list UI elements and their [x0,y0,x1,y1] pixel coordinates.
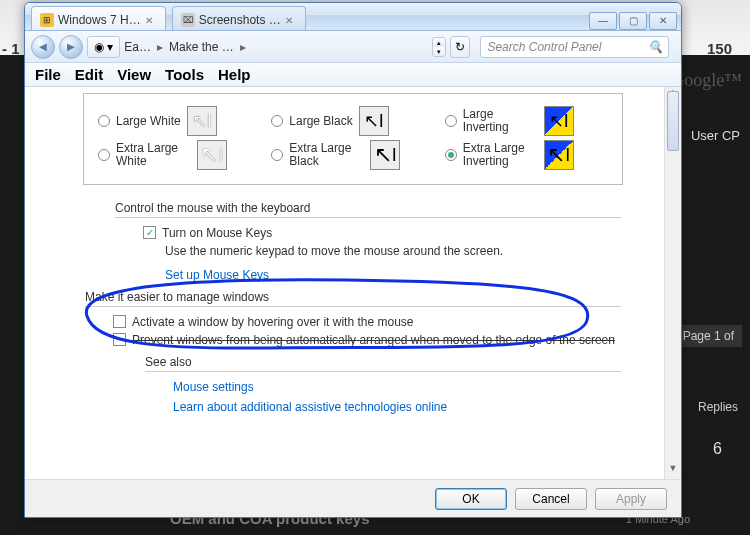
titlebar[interactable]: ⊞ Windows 7 H… ✕ ⌧ Screenshots … ✕ — ▢ ✕ [25,3,681,31]
checkbox-activate-hover[interactable]: Activate a window by hovering over it wi… [113,315,621,329]
bg-left-num: - 1 [2,40,20,57]
tab-screenshots[interactable]: ⌧ Screenshots … ✕ [172,6,306,30]
tab-label: Screenshots … [199,13,281,27]
refresh-button[interactable]: ↻ [450,36,470,58]
close-tab-icon[interactable]: ✕ [285,15,293,26]
radio-large-black[interactable]: Large Black ↖I [271,106,434,136]
crumb-root[interactable]: Ea… [124,40,151,54]
breadcrumb[interactable]: Ea… Make the … [124,40,249,54]
radio-xl-inverting[interactable]: Extra Large Inverting ↖I [445,140,608,170]
radio-large-white[interactable]: Large White ↖I [98,106,261,136]
legend-manage-windows: Make it easier to manage windows [85,290,621,307]
radio-icon[interactable] [271,115,283,127]
back-button[interactable]: ◄ [31,35,55,59]
checkbox-icon[interactable] [113,333,126,346]
radio-icon[interactable] [98,115,110,127]
link-assistive-tech[interactable]: Learn about additional assistive technol… [173,400,621,414]
search-placeholder: Search Control Panel [487,40,601,54]
legend-mouse-keyboard: Control the mouse with the keyboard [115,201,621,218]
radio-xl-black[interactable]: Extra Large Black ↖I [271,140,434,170]
cancel-button[interactable]: Cancel [515,488,587,510]
hint-mouse-keys: Use the numeric keypad to move the mouse… [165,244,621,258]
checkbox-icon[interactable] [143,226,156,239]
link-mouse-settings[interactable]: Mouse settings [173,380,621,394]
tab-windows7[interactable]: ⊞ Windows 7 H… ✕ [31,6,166,30]
link-setup-mouse-keys[interactable]: Set up Mouse Keys [165,268,621,282]
search-icon[interactable]: 🔍 [648,40,662,54]
cursor-size-group: Large White ↖I Large Black ↖I Large Inve… [83,93,623,185]
scroll-thumb[interactable] [667,91,679,151]
menu-tools[interactable]: Tools [165,66,204,83]
history-updown[interactable]: ▴▾ [432,37,446,57]
favicon-icon: ⌧ [181,13,195,27]
bg-replies: Replies [698,400,738,414]
scroll-down-icon[interactable]: ▼ [665,463,681,479]
close-tab-icon[interactable]: ✕ [145,15,153,26]
menu-view[interactable]: View [117,66,151,83]
radio-icon[interactable] [271,149,283,161]
legend-see-also: See also [145,355,621,372]
crumb-page[interactable]: Make the … [169,40,234,54]
ok-button[interactable]: OK [435,488,507,510]
forward-button[interactable]: ► [59,35,83,59]
maximize-button[interactable]: ▢ [619,12,647,30]
menu-help[interactable]: Help [218,66,251,83]
navbar: ◄ ► ◉ ▾ Ea… Make the … ▴▾ ↻ Search Contr… [25,31,681,63]
menubar: File Edit View Tools Help [25,63,681,87]
menu-edit[interactable]: Edit [75,66,103,83]
close-window-button[interactable]: ✕ [649,12,677,30]
radio-icon[interactable] [445,115,457,127]
checkbox-label: Turn on Mouse Keys [162,226,272,240]
bg-page-of: Page 1 of [675,325,742,347]
radio-icon[interactable] [445,149,457,161]
control-panel-window: ⊞ Windows 7 H… ✕ ⌧ Screenshots … ✕ — ▢ ✕… [24,2,682,518]
bg-user-cp[interactable]: User CP [691,128,740,143]
content-pane: ▲ ▼ Large White ↖I Large Black ↖I La [25,87,681,479]
minimize-button[interactable]: — [589,12,617,30]
scrollbar[interactable]: ▲ ▼ [664,87,681,479]
checkbox-label: Prevent windows from being automatically… [132,333,615,347]
favicon-icon: ⊞ [40,13,54,27]
checkbox-prevent-snap[interactable]: Prevent windows from being automatically… [113,333,621,347]
menu-file[interactable]: File [35,66,61,83]
apply-button[interactable]: Apply [595,488,667,510]
checkbox-mouse-keys[interactable]: Turn on Mouse Keys [143,226,621,240]
dialog-button-bar: OK Cancel Apply [25,479,681,517]
search-input[interactable]: Search Control Panel 🔍 [480,36,669,58]
bg-right-num: 150 [707,40,732,57]
radio-icon[interactable] [98,149,110,161]
recent-pages-button[interactable]: ◉ ▾ [87,36,120,58]
tab-label: Windows 7 H… [58,13,141,27]
checkbox-label: Activate a window by hovering over it wi… [132,315,413,329]
checkbox-icon[interactable] [113,315,126,328]
radio-large-inverting[interactable]: Large Inverting ↖I [445,106,608,136]
radio-xl-white[interactable]: Extra Large White ↖I [98,140,261,170]
bg-six: 6 [713,440,722,458]
